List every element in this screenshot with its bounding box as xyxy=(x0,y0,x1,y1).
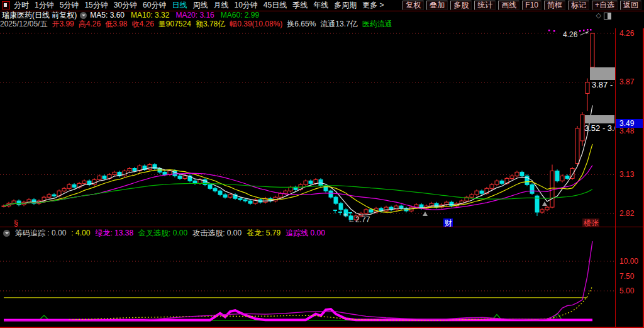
candle-body xyxy=(289,187,292,191)
magenta-dot xyxy=(553,30,555,32)
candle-body xyxy=(52,195,56,196)
toolbar-button-F10[interactable]: F10 xyxy=(522,1,541,10)
period-tab-多周期[interactable]: 多周期 xyxy=(334,0,357,11)
toolbar-button-返回[interactable]: 返回 xyxy=(620,1,641,10)
period-tab-15分钟[interactable]: 15分钟 xyxy=(84,0,108,11)
indicator-value: : 4.00 xyxy=(71,229,90,237)
candle-body xyxy=(163,172,167,174)
candle-body xyxy=(545,207,549,210)
period-tab-10分钟[interactable]: 10分钟 xyxy=(234,0,257,11)
period-tab-60分钟[interactable]: 60分钟 xyxy=(143,0,166,11)
last-price-tag: 3.49 xyxy=(615,119,644,128)
candle-body xyxy=(228,195,232,197)
period-tab-45日线[interactable]: 45日线 xyxy=(264,0,287,11)
toolbar-button-多股[interactable]: 多股 xyxy=(450,1,472,10)
period-tab-月线[interactable]: 月线 xyxy=(213,0,228,11)
candle-body xyxy=(490,184,494,188)
chevron-down-icon[interactable] xyxy=(80,12,87,19)
candle-body xyxy=(128,169,131,171)
toolbar-button-+自选[interactable]: +自选 xyxy=(592,1,618,10)
chart-annotation: 4.26 xyxy=(563,30,578,39)
candle-body xyxy=(304,181,308,184)
period-tab-季线[interactable]: 季线 xyxy=(292,0,308,11)
indicator-axis-label: 7.50 xyxy=(619,272,634,281)
candle-body xyxy=(123,171,126,176)
candle-body xyxy=(555,171,559,181)
toolbar-button-画线[interactable]: 画线 xyxy=(498,1,519,10)
indicator-axis-label: 5.00 xyxy=(619,286,634,295)
candle-body xyxy=(334,197,338,203)
period-tab-1分钟[interactable]: 1分钟 xyxy=(35,0,54,11)
toolbar-button-标记[interactable]: 标记 xyxy=(568,1,589,10)
candle-body xyxy=(238,198,242,200)
toolbar-button-简框[interactable]: 简框 xyxy=(544,1,565,10)
quote-field: 2025/12/05/五 xyxy=(0,19,47,30)
period-tab-更多 >[interactable]: 更多 > xyxy=(362,0,384,11)
candle-body xyxy=(2,206,6,206)
gap-box-label: 3.52 - 3.6 xyxy=(584,123,615,133)
window-layout-icon[interactable] xyxy=(2,1,10,9)
price-axis: 4.263.873.483.132.823.49 xyxy=(615,28,644,227)
candle-body xyxy=(183,176,187,178)
quote-field: 量907524 xyxy=(158,19,191,30)
candle-body xyxy=(369,210,373,212)
candle-body xyxy=(103,176,106,178)
indicator-value: 金叉选股: 0.00 xyxy=(138,229,187,237)
period-tab-周线[interactable]: 周线 xyxy=(192,0,208,11)
toolbar-button-叠加[interactable]: 叠加 xyxy=(426,1,448,10)
candle-body xyxy=(47,195,51,197)
candle-body xyxy=(384,207,388,211)
candle-body xyxy=(113,172,116,174)
quote-field: 流通13.7亿 xyxy=(320,19,357,30)
candlestick-chart[interactable]: 3.87 - 33.52 - 3.64.26←2.77§财楼张 xyxy=(0,28,615,227)
quote-field: 开3.99 xyxy=(52,19,74,30)
title-corner-icons[interactable]: ◇ xyxy=(596,11,611,20)
candle-body xyxy=(82,181,86,183)
period-tab-年线[interactable]: 年线 xyxy=(313,0,328,11)
candle-body xyxy=(591,33,594,67)
split-window-icon[interactable] xyxy=(604,13,611,20)
price-axis-label: 3.87 xyxy=(619,77,634,86)
indicator-value: 苍龙: 5.79 xyxy=(247,229,280,237)
candle-body xyxy=(208,184,212,188)
candle-body xyxy=(510,176,514,178)
price-axis-label: 3.48 xyxy=(619,127,634,135)
candle-body xyxy=(364,210,368,213)
candle-body xyxy=(540,210,544,212)
period-tabs: 分时1分钟5分钟15分钟30分钟60分钟日线周线月线10分钟45日线季线年线多周… xyxy=(14,0,390,11)
period-tab-日线[interactable]: 日线 xyxy=(172,0,187,11)
toolbar-button-统计[interactable]: 统计 xyxy=(474,1,496,10)
candle-body xyxy=(560,176,564,181)
candle-body xyxy=(575,128,579,164)
candle-body xyxy=(279,193,282,197)
toolbar-button-复权[interactable]: 复权 xyxy=(402,1,424,10)
candle-body xyxy=(62,188,66,191)
candle-body xyxy=(218,191,222,195)
candle-body xyxy=(500,181,504,183)
candle-body xyxy=(329,191,333,197)
candle-body xyxy=(314,179,318,183)
candle-body xyxy=(248,201,252,203)
period-tab-分时[interactable]: 分时 xyxy=(14,0,29,11)
stock-app-window: 分时1分钟5分钟15分钟30分钟60分钟日线周线月线10分钟45日线季线年线多周… xyxy=(0,0,644,328)
chart-annotation: 财 xyxy=(445,218,452,227)
candle-body xyxy=(148,165,152,170)
indicator-chevron-icon[interactable] xyxy=(3,230,10,237)
gap-box xyxy=(585,115,614,123)
period-tab-5分钟[interactable]: 5分钟 xyxy=(60,0,79,11)
candle-body xyxy=(309,181,313,183)
indicator-axis: 10.007.505.00 xyxy=(615,239,644,327)
candle-body xyxy=(243,200,247,201)
candle-body xyxy=(495,181,499,184)
candle-body xyxy=(284,191,287,193)
quote-field: 额3.78亿 xyxy=(196,19,225,30)
indicator-value: 绿龙: 13.38 xyxy=(95,229,133,237)
lvlong-thin xyxy=(4,241,592,320)
indicator-chart[interactable] xyxy=(0,239,615,327)
period-tab-30分钟[interactable]: 30分钟 xyxy=(114,0,137,11)
indicator-value: 筹码追踪 : 0.00 xyxy=(15,229,66,237)
candle-body xyxy=(133,169,136,171)
quote-field: 高4.26 xyxy=(79,19,101,30)
candle-body xyxy=(72,184,76,187)
candle-body xyxy=(67,184,71,188)
